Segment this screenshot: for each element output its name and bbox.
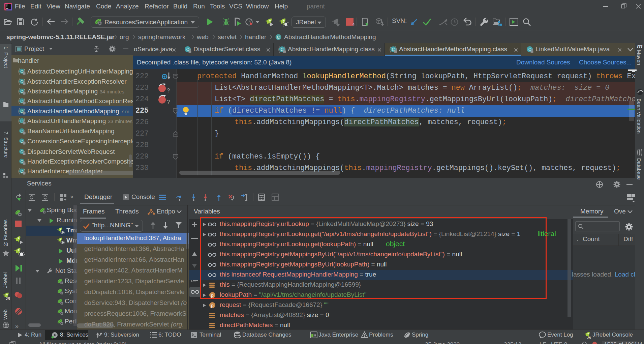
svg-text:JR: JR <box>6 297 10 300</box>
svg-text:C: C <box>21 139 23 143</box>
svg-text:C: C <box>21 129 23 133</box>
svg-text:C: C <box>21 169 23 173</box>
svg-text:C: C <box>21 89 23 93</box>
svg-text:?: ? <box>167 87 170 93</box>
svg-text:?: ? <box>167 99 170 105</box>
svg-text:p: p <box>211 303 213 308</box>
svg-text:C: C <box>21 99 23 103</box>
svg-text:C: C <box>21 119 23 123</box>
svg-text:C: C <box>21 80 23 84</box>
svg-text:JR: JR <box>587 336 591 339</box>
svg-text:C: C <box>277 35 280 40</box>
svg-text:C: C <box>21 69 23 74</box>
svg-text:C: C <box>21 109 23 113</box>
svg-text:C: C <box>21 160 23 164</box>
svg-text:C: C <box>21 150 23 154</box>
